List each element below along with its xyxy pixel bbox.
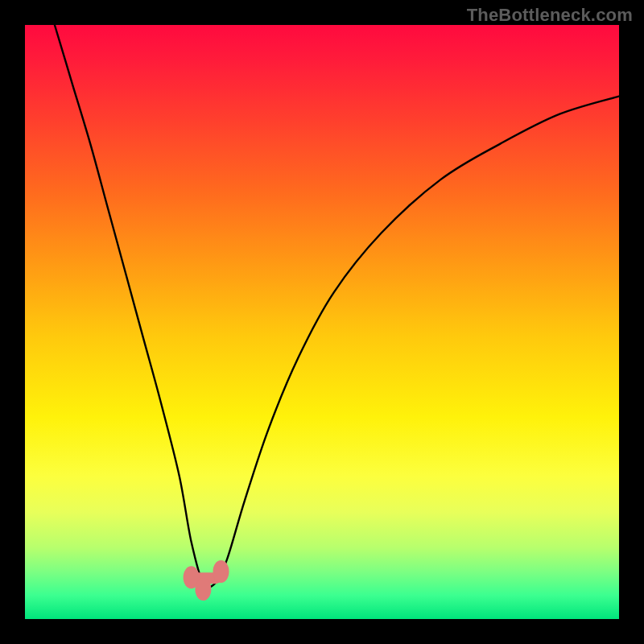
chart-frame: TheBottleneck.com: [0, 0, 644, 644]
trough-marker: [195, 578, 211, 601]
curve-svg: [25, 25, 619, 619]
watermark-text: TheBottleneck.com: [467, 5, 633, 26]
plot-area: [25, 25, 619, 619]
trough-markers: [184, 560, 229, 601]
bottleneck-curve: [55, 25, 619, 588]
trough-marker: [213, 560, 229, 583]
